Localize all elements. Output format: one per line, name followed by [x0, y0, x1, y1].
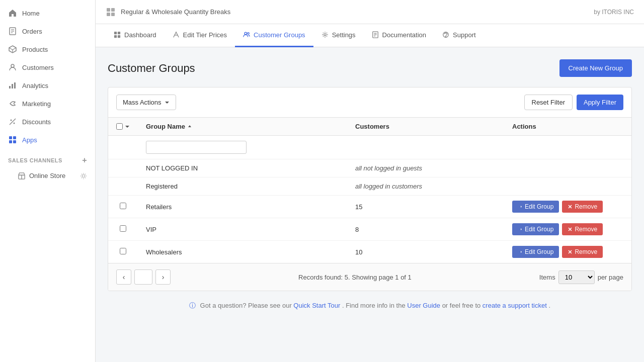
sidebar-item-discounts[interactable]: Discounts — [0, 113, 95, 131]
mass-actions-wrapper: Mass Actions — [116, 95, 176, 110]
select-all-checkbox[interactable] — [116, 123, 123, 130]
sidebar-item-home[interactable]: Home — [0, 4, 95, 22]
group-name-cell: Wholesalers — [138, 241, 347, 263]
svg-rect-17 — [9, 140, 12, 143]
svg-rect-24 — [107, 13, 110, 16]
th-actions: Actions — [504, 118, 631, 136]
row-checkbox[interactable] — [120, 248, 126, 254]
remove-button[interactable]: Remove — [562, 223, 603, 235]
settings-channel-icon[interactable] — [80, 172, 87, 179]
svg-point-33 — [324, 34, 326, 36]
remove-button[interactable]: Remove — [562, 246, 603, 258]
svg-rect-25 — [111, 13, 115, 16]
per-page-select[interactable]: 10 25 50 100 — [558, 270, 595, 284]
svg-point-32 — [248, 33, 250, 35]
page-content: Customer Groups Create New Group Mass Ac… — [96, 47, 644, 362]
svg-rect-23 — [111, 8, 115, 12]
prev-page-button[interactable]: ‹ — [116, 269, 131, 285]
svg-rect-26 — [114, 32, 117, 34]
sort-asc-icon[interactable] — [187, 124, 192, 129]
store-icon — [18, 172, 25, 179]
sidebar: Home Orders Products Customers Analytics — [0, 0, 96, 362]
app-title-bar: Regular & Wholesale Quantity Breaks — [106, 7, 230, 17]
arrow-right-icon — [518, 249, 523, 254]
sidebar-item-marketing[interactable]: Marketing — [0, 95, 95, 113]
tab-support[interactable]: Support — [434, 24, 484, 47]
svg-point-21 — [82, 174, 85, 177]
group-name-cell: NOT LOGGED IN — [138, 159, 347, 177]
tab-documentation[interactable]: Documentation — [364, 24, 434, 47]
table-row: Registered all logged in customers — [108, 177, 631, 196]
arrow-right-icon — [518, 204, 523, 209]
group-name-cell: Registered — [138, 177, 347, 196]
svg-point-12 — [11, 120, 12, 121]
tab-edit-tier-prices[interactable]: Edit Tier Prices — [165, 24, 235, 47]
page-number-input[interactable]: 1 — [134, 269, 152, 285]
quick-start-tour-link[interactable]: Quick Start Tour — [293, 302, 340, 309]
row-checkbox[interactable] — [120, 203, 126, 209]
sidebar-item-analytics[interactable]: Analytics — [0, 76, 95, 95]
table-row: NOT LOGGED IN all not logged in guests — [108, 159, 631, 177]
sidebar-nav: Home Orders Products Customers Analytics — [0, 0, 95, 362]
table-row: Retailers 15 Edit Group Remove — [108, 196, 631, 218]
user-guide-link[interactable]: User Guide — [407, 302, 440, 309]
customers-cell: 8 — [347, 218, 504, 241]
edit-group-button[interactable]: Edit Group — [512, 201, 559, 213]
actions-cell — [504, 159, 631, 177]
group-name-search-input[interactable] — [146, 141, 247, 154]
tab-dashboard[interactable]: Dashboard — [106, 24, 165, 47]
products-icon — [8, 45, 17, 54]
create-new-group-button[interactable]: Create New Group — [559, 59, 632, 77]
arrow-right-icon — [518, 227, 523, 232]
support-ticket-link[interactable]: create a support ticket — [482, 302, 547, 309]
close-icon — [568, 249, 573, 254]
add-channel-icon[interactable]: + — [82, 156, 87, 165]
edit-group-button[interactable]: Edit Group — [512, 246, 559, 258]
filter-buttons: Reset Filter Apply Filter — [524, 95, 624, 110]
remove-button[interactable]: Remove — [562, 201, 603, 213]
svg-rect-16 — [13, 136, 16, 139]
action-buttons: Edit Group Remove — [512, 201, 623, 213]
table-row: VIP 8 Edit Group Remove — [108, 218, 631, 241]
orders-icon — [8, 27, 17, 36]
customers-icon — [8, 63, 17, 72]
settings-tab-icon — [321, 31, 329, 38]
sidebar-item-apps[interactable]: Apps — [0, 131, 95, 149]
apply-filter-button[interactable]: Apply Filter — [577, 95, 623, 110]
page-header: Customer Groups Create New Group — [108, 59, 632, 77]
svg-rect-10 — [12, 84, 13, 88]
app-logo-icon — [106, 7, 116, 17]
svg-point-13 — [14, 123, 15, 124]
tab-settings[interactable]: Settings — [313, 24, 364, 47]
reset-filter-button[interactable]: Reset Filter — [524, 95, 573, 110]
group-name-cell: VIP — [138, 218, 347, 241]
row-checkbox[interactable] — [120, 225, 126, 232]
footer: ⓘ Got a question? Please see our Quick S… — [108, 291, 632, 320]
tier-prices-tab-icon — [173, 31, 180, 38]
svg-rect-29 — [118, 35, 120, 38]
edit-group-button[interactable]: Edit Group — [512, 223, 559, 235]
close-icon — [568, 204, 573, 209]
dashboard-tab-icon — [114, 31, 121, 38]
footer-question-icon: ⓘ — [189, 302, 196, 309]
svg-point-31 — [245, 32, 247, 34]
records-info: Records found: 5. Showing page 1 of 1 — [298, 274, 412, 281]
svg-line-14 — [10, 119, 16, 125]
svg-rect-9 — [9, 86, 11, 88]
apps-icon — [8, 135, 17, 144]
tab-customer-groups[interactable]: Customer Groups — [235, 24, 313, 47]
actions-cell: Edit Group Remove — [504, 241, 631, 263]
page-title: Customer Groups — [108, 62, 195, 75]
customers-cell: all not logged in guests — [347, 159, 504, 177]
support-tab-icon — [442, 31, 449, 38]
sales-channels-header: SALES CHANNELS + — [0, 149, 95, 168]
sidebar-item-orders[interactable]: Orders — [0, 22, 95, 40]
sidebar-item-online-store[interactable]: Online Store — [0, 168, 95, 184]
group-name-search-cell — [138, 136, 347, 159]
topbar: Regular & Wholesale Quantity Breaks by I… — [96, 0, 644, 24]
actions-cell — [504, 177, 631, 196]
sidebar-item-customers[interactable]: Customers — [0, 58, 95, 76]
sidebar-item-products[interactable]: Products — [0, 40, 95, 58]
next-page-button[interactable]: › — [155, 269, 171, 285]
mass-actions-button[interactable]: Mass Actions — [116, 95, 176, 110]
